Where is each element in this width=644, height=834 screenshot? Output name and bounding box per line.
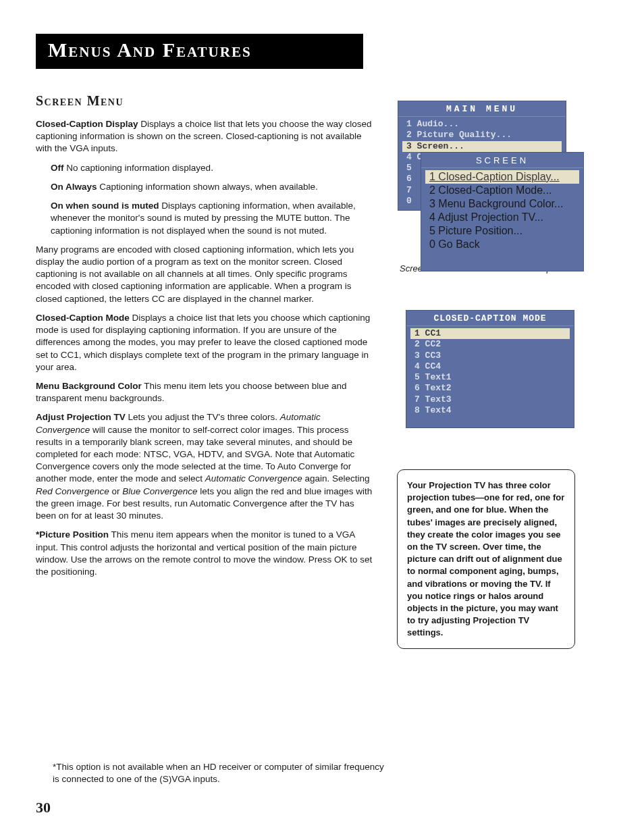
term-on-muted: On when sound is muted [51, 201, 159, 211]
osd-screen-title: SCREEN [421, 153, 583, 168]
osd-item: 7 Text3 [410, 394, 570, 405]
osd-item: 1 Audio... [402, 119, 562, 130]
osd-item: 3 CC3 [410, 350, 570, 361]
osd-ccmode-menu: CLOSED-CAPTION MODE 1 CC1 2 CC2 3 CC3 4 … [406, 311, 574, 427]
section-title: Screen Menu [36, 92, 377, 110]
osd-screen-items: 1 Closed-Caption Display... 2 Closed-Cap… [421, 168, 583, 255]
option-definitions: Off No captioning information displayed.… [36, 162, 377, 237]
main-text-column: Screen Menu Closed-Caption Display Displ… [36, 92, 377, 649]
osd-item: 2 Picture Quality... [402, 130, 562, 140]
option-off: Off No captioning information displayed. [51, 162, 377, 174]
term-adjust-projection: Adjust Projection TV [36, 412, 126, 422]
osd-item: 5 Picture Position... [425, 224, 579, 238]
osd-ccmode-items: 1 CC1 2 CC2 3 CC3 4 CC4 5 Text1 6 Text2 … [406, 326, 574, 419]
osd-item: 3 Menu Background Color... [425, 197, 579, 211]
osd-ccmode-title: CLOSED-CAPTION MODE [406, 311, 574, 326]
term-off: Off [51, 163, 64, 173]
body-text: again. Selecting [302, 473, 370, 484]
option-on-muted: On when sound is muted Displays captioni… [51, 200, 377, 237]
osd-screen-submenu: SCREEN 1 Closed-Caption Display... 2 Clo… [421, 153, 583, 271]
body-text: No captioning information displayed. [64, 163, 213, 173]
projection-tv-note: Your Projection TV has three color proje… [397, 469, 575, 649]
osd-item-selected: 1 CC1 [410, 328, 570, 339]
term-closed-caption-mode: Closed-Caption Mode [36, 313, 130, 323]
osd-item: 0 Go Back [425, 238, 579, 251]
osd-item: 5 Text1 [410, 372, 570, 383]
osd-main-menu-figure: MAIN MENU 1 Audio... 2 Picture Quality..… [396, 101, 608, 257]
term-menu-bg-color: Menu Background Color [36, 381, 142, 391]
osd-item: 2 Closed-Caption Mode... [425, 184, 579, 197]
osd-main-title: MAIN MENU [398, 101, 566, 117]
body-text: Lets you adjust the TV's three colors. [126, 412, 280, 422]
osd-item: 2 CC2 [410, 339, 570, 350]
body-text: or [109, 486, 123, 496]
italic-blue-conv: Blue Convergence [122, 486, 197, 496]
option-on-always: On Always Captioning information shown a… [51, 181, 377, 193]
closed-caption-mode-para: Closed-Caption Mode Displays a choice li… [36, 312, 377, 373]
adjust-projection-tv-para: Adjust Projection TV Lets you adjust the… [36, 411, 377, 522]
cc-explanation-para: Many programs are encoded with closed ca… [36, 244, 377, 305]
italic-auto-conv-2: Automatic Convergence [205, 473, 302, 484]
footnote: *This option is not available when an HD… [53, 761, 390, 785]
italic-red-conv: Red Convergence [36, 486, 109, 496]
osd-item: 4 CC4 [410, 361, 570, 372]
osd-item-selected: 3 Screen... [402, 141, 562, 152]
osd-item: 6 Text2 [410, 383, 570, 394]
osd-item-selected: 1 Closed-Caption Display... [425, 170, 579, 184]
page-number: 30 [36, 799, 51, 816]
closed-caption-display-para: Closed-Caption Display Displays a choice… [36, 118, 377, 155]
term-picture-position: *Picture Position [36, 529, 109, 540]
sidebar-column: MAIN MENU 1 Audio... 2 Picture Quality..… [396, 92, 608, 649]
osd-item: 8 Text4 [410, 405, 570, 416]
chapter-header: Menus and Features [36, 34, 363, 69]
picture-position-para: *Picture Position This menu item appears… [36, 529, 377, 578]
body-text: Captioning information shown always, whe… [97, 182, 318, 192]
menu-background-color-para: Menu Background Color This menu item let… [36, 380, 377, 405]
term-closed-caption-display: Closed-Caption Display [36, 119, 138, 129]
osd-item: 4 Adjust Projection TV... [425, 211, 579, 224]
term-on-always: On Always [51, 182, 97, 192]
